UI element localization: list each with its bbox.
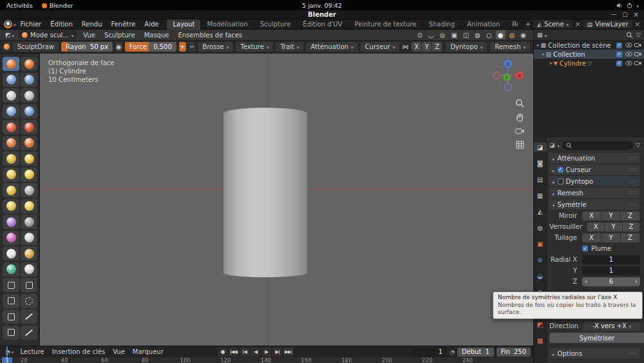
subtract-mode-button[interactable]: − <box>189 42 196 52</box>
radius-slider[interactable]: Rayon50 px <box>61 42 113 52</box>
section-symmetry[interactable]: Symétrie <box>549 199 640 210</box>
viewport-menu-item[interactable]: Sculpture <box>100 32 140 39</box>
expand-arrow-icon[interactable]: ▸ <box>537 43 540 48</box>
clock[interactable]: 5 janv. 09:42 <box>0 2 644 9</box>
workspace-tab[interactable]: Modélisation <box>201 19 254 30</box>
brush-tool-button[interactable] <box>3 57 19 71</box>
viewport-option-icon[interactable]: ▣ <box>449 30 459 39</box>
brush-setting-dropdown[interactable]: Trait <box>276 42 303 52</box>
viewport-option-icon[interactable]: ○ <box>484 30 494 39</box>
brush-tool-button[interactable] <box>3 183 19 197</box>
menu-item[interactable]: Rendu <box>77 21 107 28</box>
brush-tool-button[interactable] <box>21 152 37 166</box>
mode-selector[interactable]: Mode scul... <box>18 30 77 39</box>
panel-grip-icon[interactable] <box>629 155 637 161</box>
viewport-option-icon[interactable]: ◡ <box>426 30 436 39</box>
playback-button[interactable]: |◀◀ <box>229 348 238 357</box>
remove-viewlayer-icon[interactable] <box>635 21 640 28</box>
viewport-option-icon[interactable]: ⊙ <box>415 30 424 39</box>
tiling-axis-button[interactable]: Y <box>601 233 621 242</box>
properties-tab-icon[interactable]: ◭ <box>534 207 547 216</box>
viewlayer-selector[interactable]: ▤ ViewLayer <box>583 20 632 28</box>
viewport-menu-item[interactable]: Masque <box>140 32 174 39</box>
hide-eye-icon[interactable] <box>625 61 632 66</box>
brush-tool-button[interactable] <box>3 136 19 150</box>
viewport-option-icon[interactable]: ◎ <box>438 30 448 39</box>
brush-tool-button[interactable] <box>3 215 19 229</box>
panel-grip-icon[interactable] <box>629 351 637 357</box>
close-icon[interactable] <box>634 11 639 18</box>
maximize-icon[interactable] <box>623 11 628 18</box>
playback-button[interactable]: ● <box>218 348 227 357</box>
outliner-row[interactable]: ▸ Collection ▽ <box>534 50 644 59</box>
properties-tab-icon[interactable]: ◪ <box>534 142 547 152</box>
minimize-icon[interactable] <box>611 11 617 18</box>
symmetry-axis-button[interactable]: X <box>412 42 422 52</box>
radius-pressure-button[interactable]: ◉ <box>115 42 122 52</box>
disable-render-camera-icon[interactable] <box>634 43 641 48</box>
dyntopo-checkbox[interactable] <box>558 179 564 184</box>
expand-arrow-icon[interactable]: ▸ <box>542 52 545 57</box>
outliner-editor-caret-icon[interactable] <box>545 32 547 39</box>
viewport-option-icon[interactable]: ◫ <box>461 30 471 39</box>
strength-slider[interactable]: Force0.500 <box>125 42 176 52</box>
brush-tool-button[interactable] <box>21 278 37 292</box>
brush-tool-button[interactable] <box>3 326 19 340</box>
viewport-option-icon[interactable]: ◍ <box>507 30 517 39</box>
frame-start-field[interactable]: Début1 <box>457 348 494 357</box>
properties-tab-icon[interactable]: ◙ <box>534 159 547 168</box>
brush-tool-button[interactable] <box>21 73 37 87</box>
radial-y-field[interactable]: 1 <box>582 266 640 275</box>
cursor-checkbox[interactable] <box>558 167 564 173</box>
workspace-tab[interactable]: Édition d'UV <box>297 19 348 30</box>
radial-z-field[interactable]: 6 <box>582 277 640 286</box>
menu-item[interactable]: Fichier <box>16 21 46 28</box>
viewport-option-icon[interactable]: ◍ <box>473 30 482 39</box>
hide-eye-icon[interactable] <box>625 52 632 57</box>
viewport-3d[interactable]: Orthogonale de face(1) Cylindre10 Centim… <box>40 54 533 346</box>
timeline-menu-item[interactable]: Insertion de clés <box>48 348 109 355</box>
frame-end-field[interactable]: Fin250 <box>497 348 531 357</box>
brush-tool-button[interactable] <box>3 120 19 134</box>
editor-type-button[interactable]: ◩ <box>3 30 17 39</box>
viewport-option-icon[interactable]: ● <box>496 30 506 39</box>
disable-render-camera-icon[interactable] <box>634 52 641 57</box>
playback-button[interactable]: ▶ <box>261 348 271 357</box>
properties-search-input[interactable] <box>562 141 633 150</box>
scene-selector[interactable]: ◭ Scene <box>533 20 573 28</box>
feather-checkbox[interactable] <box>582 246 588 251</box>
expand-arrow-icon[interactable]: ▸ <box>550 61 553 66</box>
section-options[interactable]: Options <box>549 348 640 358</box>
properties-editor-icon[interactable]: ◪ <box>549 142 555 148</box>
panel-grip-icon[interactable] <box>629 179 637 184</box>
lock-axis-button[interactable]: Y <box>605 222 622 231</box>
strength-pressure-button[interactable]: + <box>179 42 186 52</box>
brush-tool-button[interactable] <box>3 168 19 182</box>
brush-setting-dropdown[interactable]: Brosse <box>198 42 233 52</box>
timeline-menu-item[interactable]: Lecture <box>16 348 48 355</box>
brush-tool-button[interactable] <box>21 183 37 197</box>
brush-tool-button[interactable] <box>3 199 19 213</box>
disable-render-camera-icon[interactable] <box>634 61 641 66</box>
properties-tab-icon[interactable]: ◩ <box>534 320 547 329</box>
symmetry-axis-button[interactable]: Y <box>422 42 432 52</box>
brush-tool-button[interactable] <box>21 88 37 103</box>
filter-icon[interactable]: ▽ <box>636 142 640 148</box>
panel-grip-icon[interactable] <box>629 190 637 196</box>
properties-editor-caret-icon[interactable] <box>558 142 560 149</box>
timeline-ruler[interactable]: 20406080100120140160180200220240 <box>0 357 533 363</box>
exclude-checkbox[interactable] <box>616 61 622 66</box>
brush-tool-button[interactable] <box>3 152 19 166</box>
ortho-toggle-tool[interactable] <box>515 141 525 149</box>
section-cursor[interactable]: Curseur <box>549 164 640 175</box>
workspace-tab[interactable]: Peinture de texture <box>348 19 422 30</box>
brush-tool-button[interactable] <box>21 294 37 308</box>
dyntopo-dropdown[interactable]: Dyntopo <box>446 42 487 52</box>
decrement-arrow-icon[interactable] <box>585 278 587 285</box>
viewport-option-icon[interactable]: ◉ <box>518 30 528 39</box>
brush-tool-button[interactable] <box>21 168 37 182</box>
increment-arrow-icon[interactable] <box>635 278 638 285</box>
timeline-menu-item[interactable]: Vue <box>109 348 129 355</box>
app-menu[interactable]: Blender <box>42 2 73 9</box>
brush-name-field[interactable]: SculptDraw <box>13 42 59 52</box>
